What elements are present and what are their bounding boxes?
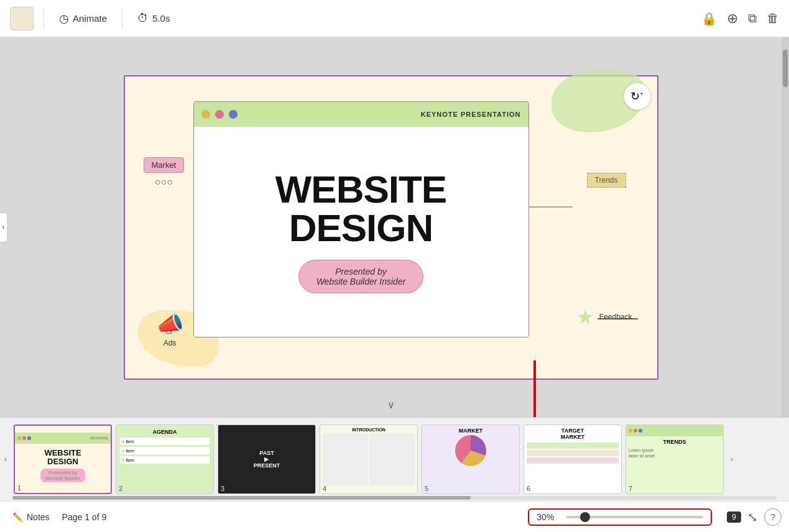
thumbnail-list: KEYNOTE WEBSITEDESIGN Presented byWebsit… — [11, 424, 726, 494]
notes-button[interactable]: ✏️ Notes — [7, 510, 55, 525]
thumb-7-number: 7 — [629, 485, 632, 492]
dot-pink — [215, 110, 224, 119]
thumbnail-7[interactable]: TRENDS Lorem ipsumdolor sit amet 7 — [625, 424, 724, 494]
chevron-down-icon: ∨ — [387, 400, 395, 410]
refresh-icon: ↻+ — [630, 89, 643, 103]
toolbar-right: 🔒 ⊕ ⧉ 🗑 — [701, 11, 779, 27]
slide-inner-body: WEBSITE DESIGN Presented byWebsite Build… — [194, 127, 528, 337]
star-icon: ★ — [576, 305, 594, 329]
duration-button[interactable]: ⏱ 5.0s — [132, 9, 175, 27]
slide-inner-header: KEYNOTE PRESENTATION — [194, 102, 528, 127]
trends-badge: Trends — [587, 173, 626, 188]
thumb-2-number: 2 — [119, 485, 122, 492]
dot-yellow — [201, 110, 210, 119]
thumbnail-5[interactable]: MARKET 5 — [422, 424, 520, 494]
lock-icon: 🔒 — [701, 12, 717, 25]
delete-button[interactable]: 🗑 — [767, 11, 779, 25]
thumb-scrollbar-thumb — [12, 496, 471, 500]
dot-purple — [229, 110, 238, 119]
thumb-2-title: AGENDA — [120, 429, 210, 435]
thumb-1-header: KEYNOTE — [15, 433, 111, 444]
duplicate-button[interactable]: ⧉ — [748, 11, 757, 25]
animate-icon: ◷ — [59, 12, 69, 25]
duplicate-icon: ⧉ — [748, 11, 757, 25]
slide-canvas[interactable]: Market ○○○ 📣 Ads Trends ★ Feedback — [124, 75, 658, 380]
lock-button[interactable]: 🔒 — [701, 11, 717, 26]
thumb-6-title: TARGETMARKET — [527, 428, 619, 440]
status-right: 9 ⤡ ? — [727, 508, 782, 526]
market-badge: Market — [144, 157, 185, 173]
add-slide-button[interactable]: ⊕ — [727, 11, 738, 27]
slide-main-title: WEBSITE DESIGN — [275, 170, 446, 247]
scrollbar-thumb-vertical — [783, 50, 788, 87]
expand-icon: ⤡ — [747, 510, 758, 524]
collapse-chevron[interactable]: ∨ — [387, 399, 395, 411]
divider2 — [122, 9, 122, 29]
thumb-7-title: TRENDS — [629, 439, 721, 445]
pages-badge[interactable]: 9 — [727, 511, 741, 523]
thumbnail-6[interactable]: TARGETMARKET 6 — [524, 424, 622, 494]
refresh-button[interactable]: ↻+ — [624, 83, 651, 110]
divider — [44, 9, 44, 29]
thumb-scroll-left[interactable]: ‹ — [0, 421, 11, 497]
trends-annotation: Trends — [587, 173, 626, 188]
thumbnail-strip: ‹ KEYNOTE WEBSITEDESIGN Presented byWebs… — [0, 417, 789, 501]
slide-thumbnail-small — [10, 7, 34, 30]
toolbar: ◷ Animate ⏱ 5.0s 🔒 ⊕ ⧉ 🗑 — [0, 0, 789, 37]
add-icon: ⊕ — [727, 11, 738, 26]
megaphone-icon: 📣 — [156, 311, 184, 337]
animate-button[interactable]: ◷ Animate — [54, 9, 112, 28]
feedback-annotation: ★ Feedback — [576, 305, 632, 329]
thumbnail-1[interactable]: KEYNOTE WEBSITEDESIGN Presented byWebsit… — [14, 424, 112, 494]
expand-button[interactable]: ⤡ — [747, 510, 758, 525]
main-area: ‹ Market — [0, 37, 789, 417]
thumb-5-title: MARKET — [425, 428, 517, 434]
thumb-4-number: 4 — [323, 485, 326, 492]
subtitle-badge: Presented byWebsite Builder Insider — [298, 260, 424, 293]
thumb-5-number: 5 — [425, 485, 428, 492]
thumb-scroll-right[interactable]: › — [726, 421, 737, 497]
feedback-label: Feedback — [599, 313, 632, 321]
help-button[interactable]: ? — [764, 508, 782, 526]
market-dots: ○○○ — [144, 177, 185, 188]
clock-icon: ⏱ — [137, 12, 149, 25]
keynote-label: KEYNOTE PRESENTATION — [421, 111, 521, 118]
thumb-1-number: 1 — [17, 484, 21, 492]
page-info: Page 1 of 9 — [62, 512, 107, 522]
thumb-6-number: 6 — [527, 485, 530, 492]
left-panel-toggle[interactable]: ‹ — [0, 213, 7, 242]
canvas-area: Market ○○○ 📣 Ads Trends ★ Feedback — [0, 37, 782, 417]
animate-label: Animate — [73, 13, 107, 24]
thumbnail-4[interactable]: INTRODUCTION 4 — [320, 424, 418, 494]
right-scrollbar[interactable] — [782, 37, 789, 417]
ads-annotation: 📣 Ads — [156, 311, 184, 347]
market-annotation: Market ○○○ — [144, 157, 185, 188]
pencil-icon: ✏️ — [12, 512, 23, 522]
chevron-left-icon: ‹ — [2, 224, 4, 231]
zoom-label: 30% — [537, 512, 561, 522]
thumbnail-3[interactable]: PAST▶PRESENT 3 — [218, 424, 316, 494]
zoom-container: 30% — [528, 508, 712, 526]
duration-label: 5.0s — [152, 13, 170, 24]
zoom-slider[interactable] — [566, 516, 703, 518]
notes-label: Notes — [27, 512, 50, 522]
thumb-3-number: 3 — [221, 485, 224, 492]
thumb-4-title: INTRODUCTION — [323, 428, 415, 432]
question-icon: ? — [770, 512, 775, 522]
ads-label: Ads — [156, 339, 184, 347]
thumbnail-2[interactable]: AGENDA ○ Item ○ Item ○ Item 2 — [116, 424, 214, 494]
thumb-3-label: PAST▶PRESENT — [254, 450, 280, 469]
status-bar: ✏️ Notes Page 1 of 9 30% 9 ⤡ ? — [0, 501, 789, 532]
slide-inner: KEYNOTE PRESENTATION WEBSITE DESIGN Pres… — [193, 101, 529, 337]
trash-icon: 🗑 — [767, 11, 779, 25]
